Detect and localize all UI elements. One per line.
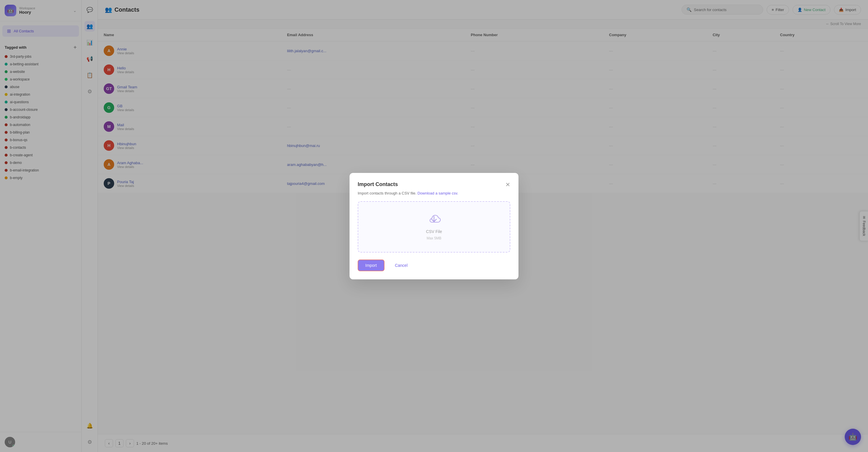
modal-overlay: Import Contacts ✕ Import contacts throug… xyxy=(0,0,868,452)
modal-title: Import Contacts xyxy=(358,181,398,188)
modal-import-button[interactable]: Import xyxy=(358,259,384,271)
import-contacts-modal: Import Contacts ✕ Import contacts throug… xyxy=(349,173,519,279)
download-sample-link[interactable]: Download a sample csv. xyxy=(417,191,458,195)
modal-desc-text: Import contacts through a CSV file. xyxy=(358,191,416,195)
upload-sublabel: Max 5MB xyxy=(427,236,441,240)
upload-label: CSV File xyxy=(426,229,442,234)
upload-area[interactable]: CSV File Max 5MB xyxy=(358,201,510,253)
modal-actions: Import Cancel xyxy=(358,259,510,271)
cloud-upload-icon xyxy=(427,214,441,227)
modal-description: Import contacts through a CSV file. Down… xyxy=(358,191,510,195)
modal-close-button[interactable]: ✕ xyxy=(505,181,510,188)
modal-cancel-button[interactable]: Cancel xyxy=(388,260,415,271)
modal-header: Import Contacts ✕ xyxy=(358,181,510,188)
